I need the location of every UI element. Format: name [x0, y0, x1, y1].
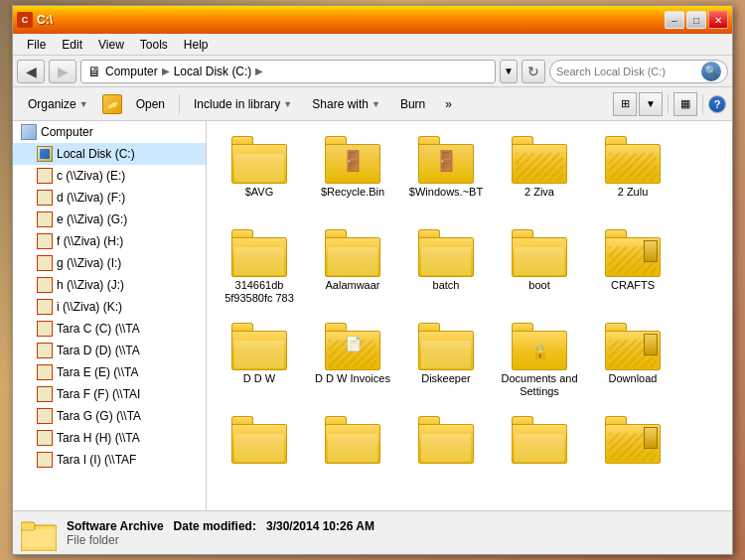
folder-windows-bt-icon: 🚪	[418, 136, 474, 184]
file-item-row4-1[interactable]	[215, 409, 304, 498]
window-icon: C	[17, 12, 33, 28]
address-dropdown-button[interactable]: ▼	[500, 60, 518, 83]
close-button[interactable]: ✕	[708, 11, 728, 29]
file-item-boot[interactable]: boot	[495, 222, 584, 312]
folder-ddw-icon	[231, 323, 287, 370]
search-button[interactable]: 🔍	[701, 62, 721, 81]
tara-c-icon	[37, 321, 53, 337]
sidebar-item-drive-f[interactable]: d (\\Ziva) (F:)	[13, 187, 206, 209]
file-item-crafts[interactable]: CRAFTS	[588, 222, 677, 312]
help-button[interactable]: ?	[708, 95, 726, 113]
organize-button[interactable]: Organize ▼	[19, 91, 97, 117]
search-input[interactable]	[556, 66, 697, 77]
include-library-button[interactable]: Include in library ▼	[185, 91, 301, 117]
file-item-2ziva[interactable]: 2 Ziva	[495, 129, 584, 218]
file-item-windows-bt[interactable]: 🚪 $Windows.~BT	[401, 129, 491, 218]
folder-314661db-icon	[231, 229, 287, 277]
sidebar-item-local-disk[interactable]: Local Disk (C:)	[13, 143, 206, 165]
window-controls: – □ ✕	[665, 11, 728, 29]
file-ddw-invoices-label: D D W Invoices	[315, 372, 390, 385]
sidebar-item-tara-g[interactable]: Tara G (G) (\\TA	[13, 405, 206, 427]
tara-d-icon	[37, 343, 53, 358]
sidebar-item-tara-f[interactable]: Tara F (F) (\\TAI	[13, 383, 206, 405]
file-item-aalamwaar[interactable]: Aalamwaar	[308, 222, 397, 312]
file-item-row4-5[interactable]	[588, 409, 677, 498]
status-type: File folder	[67, 533, 374, 547]
sidebar-item-tara-i[interactable]: Tara I (I) (\\TAF	[13, 449, 206, 471]
breadcrumb-drive-label: Local Disk (C:)	[174, 65, 252, 78]
tara-h-icon	[37, 430, 53, 446]
folder-row4-1-icon	[231, 416, 287, 464]
file-item-row4-3[interactable]	[401, 409, 491, 498]
sidebar: Computer Local Disk (C:) c (\\Ziva) (E:)…	[13, 121, 207, 510]
sidebar-drive-g-label: e (\\Ziva) (G:)	[57, 212, 127, 226]
file-item-batch[interactable]: batch	[401, 222, 491, 312]
sidebar-item-drive-j[interactable]: h (\\Ziva) (J:)	[13, 274, 206, 296]
sidebar-item-tara-e[interactable]: Tara E (E) (\\TA	[13, 361, 206, 383]
file-item-ddw[interactable]: D D W	[215, 316, 304, 405]
view-large-icons-button[interactable]: ⊞	[613, 92, 637, 116]
sidebar-drive-i-label: g (\\Ziva) (I:)	[57, 256, 121, 270]
more-button[interactable]: »	[436, 91, 461, 117]
minimize-button[interactable]: –	[665, 11, 684, 29]
toolbar-separator-3	[702, 94, 703, 114]
refresh-button[interactable]: ↻	[522, 60, 545, 83]
breadcrumb-computer-label: Computer	[105, 65, 158, 78]
maximize-button[interactable]: □	[686, 11, 706, 29]
file-item-2zulu[interactable]: 2 Zulu	[588, 129, 677, 218]
menu-tools[interactable]: Tools	[132, 36, 176, 54]
svg-rect-1	[21, 522, 35, 530]
address-bar: ◀ ▶ 🖥 Computer ▶ Local Disk (C:) ▶ ▼ ↻ 🔍	[13, 56, 732, 87]
menu-help[interactable]: Help	[176, 36, 217, 54]
sidebar-tara-g-label: Tara G (G) (\\TA	[57, 409, 141, 423]
file-item-row4-2[interactable]	[308, 409, 397, 498]
sidebar-item-drive-i[interactable]: g (\\Ziva) (I:)	[13, 252, 206, 274]
sidebar-item-drive-g[interactable]: e (\\Ziva) (G:)	[13, 209, 206, 230]
forward-button[interactable]: ▶	[49, 60, 76, 83]
file-batch-label: batch	[433, 279, 460, 292]
sidebar-item-tara-c[interactable]: Tara C (C) (\\TA	[13, 318, 206, 340]
sidebar-item-drive-h[interactable]: f (\\Ziva) (H:)	[13, 230, 206, 252]
file-item-diskeeper[interactable]: Diskeeper	[401, 316, 491, 405]
sidebar-item-tara-h[interactable]: Tara H (H) (\\TA	[13, 427, 206, 449]
menu-file[interactable]: File	[19, 36, 54, 54]
file-2ziva-label: 2 Ziva	[524, 186, 554, 199]
file-item-avg[interactable]: $AVG	[215, 129, 304, 218]
file-item-ddw-invoices[interactable]: 📄 D D W Invoices	[308, 316, 397, 405]
file-item-download[interactable]: Download	[588, 316, 677, 405]
include-label: Include in library	[194, 97, 280, 111]
sidebar-item-drive-k[interactable]: i (\\Ziva) (K:)	[13, 296, 206, 318]
open-label: Open	[136, 97, 165, 111]
status-date-value: 3/30/2014 10:26 AM	[266, 519, 374, 533]
view-dropdown-button[interactable]: ▼	[639, 92, 663, 116]
file-crafts-label: CRAFTS	[611, 279, 655, 292]
network-drive-f-icon	[37, 190, 53, 206]
burn-button[interactable]: Burn	[391, 91, 434, 117]
sidebar-item-computer[interactable]: Computer	[13, 121, 206, 143]
back-button[interactable]: ◀	[17, 60, 45, 83]
menu-edit[interactable]: Edit	[54, 36, 90, 54]
file-item-row4-4[interactable]	[495, 409, 584, 498]
breadcrumb-drive[interactable]: Local Disk (C:)	[174, 65, 252, 78]
status-name: Software Archive Date modified: 3/30/201…	[67, 519, 374, 533]
file-item-314661db[interactable]: 314661db 5f93580fc 783	[215, 222, 304, 312]
breadcrumb-computer[interactable]: Computer	[105, 65, 158, 78]
address-pill[interactable]: 🖥 Computer ▶ Local Disk (C:) ▶	[80, 60, 496, 83]
file-ddw-label: D D W	[243, 372, 275, 385]
preview-pane-button[interactable]: ▦	[673, 92, 697, 116]
sidebar-item-drive-e[interactable]: c (\\Ziva) (E:)	[13, 165, 206, 187]
folder-ddw-invoices-icon: 📄	[325, 323, 380, 370]
share-with-button[interactable]: Share with ▼	[303, 91, 389, 117]
menu-view[interactable]: View	[90, 36, 132, 54]
menu-bar: File Edit View Tools Help	[13, 34, 732, 56]
file-item-recycle[interactable]: 🚪 $Recycle.Bin	[308, 129, 397, 218]
open-button[interactable]: Open	[127, 91, 174, 117]
share-arrow: ▼	[372, 99, 380, 109]
network-drive-h-icon	[37, 233, 53, 249]
content-area: Computer Local Disk (C:) c (\\Ziva) (E:)…	[13, 121, 732, 510]
computer-icon	[21, 124, 37, 140]
sidebar-item-tara-d[interactable]: Tara D (D) (\\TA	[13, 340, 206, 361]
sidebar-local-disk-label: Local Disk (C:)	[57, 147, 135, 161]
svg-rect-2	[23, 529, 55, 547]
file-item-documents[interactable]: 🔒 Documents and Settings	[495, 316, 584, 405]
